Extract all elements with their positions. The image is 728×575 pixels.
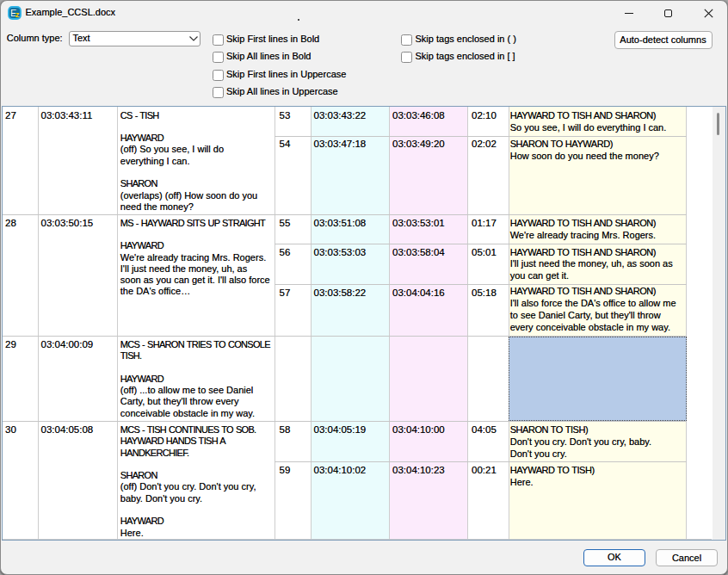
svg-text:z: z [15,9,20,19]
